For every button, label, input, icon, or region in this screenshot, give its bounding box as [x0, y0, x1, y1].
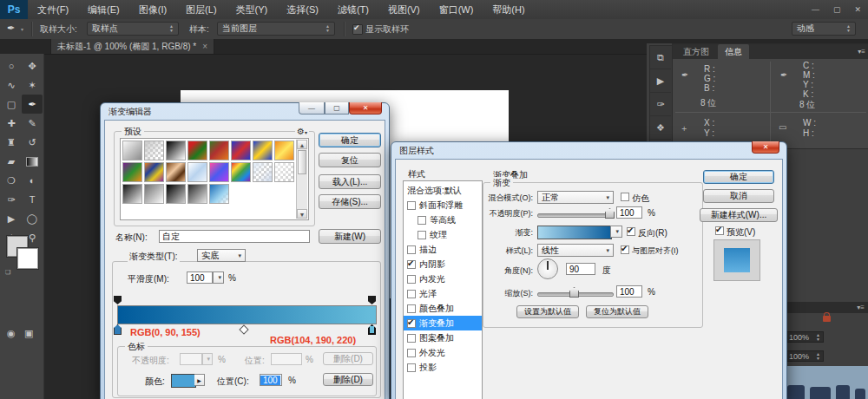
- clone-stamp-tool[interactable]: ♜: [1, 133, 22, 152]
- smoothness-input[interactable]: 100: [187, 271, 213, 284]
- opacity-slider[interactable]: [537, 213, 614, 218]
- gradient-bar[interactable]: [117, 305, 377, 324]
- type-dropdown[interactable]: 实底▾: [197, 249, 246, 262]
- close-icon[interactable]: ✕: [854, 5, 861, 14]
- default-colors-icon[interactable]: ❏: [5, 269, 10, 276]
- screen-mode-icon[interactable]: ▣: [24, 328, 33, 339]
- style-checkbox[interactable]: [407, 319, 416, 328]
- style-list-item[interactable]: 斜面和浮雕: [404, 198, 482, 213]
- scroll-down-icon[interactable]: ▼: [297, 209, 307, 219]
- dialog-minimize-button[interactable]: —: [299, 102, 325, 114]
- tab-info[interactable]: 信息: [718, 44, 749, 59]
- style-checkbox[interactable]: [407, 304, 416, 313]
- style-list-item[interactable]: 渐变叠加: [404, 316, 482, 330]
- menu-item[interactable]: 类型(Y): [227, 0, 278, 19]
- style-list-item[interactable]: 光泽: [404, 286, 482, 301]
- gear-icon[interactable]: ⚙▾: [295, 127, 309, 136]
- gradient-preset-pink-blue-purple[interactable]: [209, 162, 229, 182]
- gradient-preset-dark-gray-white[interactable]: [122, 184, 142, 204]
- style-checkbox[interactable]: [418, 231, 426, 239]
- scroll-thumb[interactable]: [298, 150, 306, 174]
- reset-default-button[interactable]: 复位为默认值: [586, 305, 648, 318]
- style-list-item[interactable]: 图案叠加: [404, 330, 482, 345]
- menu-item[interactable]: 图层(L): [176, 0, 226, 19]
- dodge-tool[interactable]: ◐: [22, 171, 43, 190]
- eraser-tool[interactable]: ▰: [1, 152, 22, 171]
- gradient-preset-rainbow[interactable]: [231, 162, 251, 182]
- panel-menu-icon[interactable]: ▾≡: [857, 304, 865, 311]
- crop-tool[interactable]: ▢: [1, 95, 22, 114]
- gradient-preset-blue-yellow-blue[interactable]: [253, 141, 273, 160]
- healing-brush-tool[interactable]: ✚: [1, 114, 22, 133]
- ok-button[interactable]: 确定: [319, 133, 381, 147]
- gradient-preset-purple-green-orange[interactable]: [122, 162, 142, 182]
- style-list-item[interactable]: 内阴影: [404, 257, 482, 271]
- align-checkbox[interactable]: [621, 245, 629, 254]
- minimize-icon[interactable]: —: [812, 5, 819, 14]
- tool-preset-arrow-icon[interactable]: ▾: [21, 26, 23, 32]
- sample-size-dropdown[interactable]: 取样点 ▲▼: [87, 22, 179, 36]
- show-ring-checkbox[interactable]: [352, 24, 363, 35]
- gradient-preset-black-white[interactable]: [166, 141, 186, 160]
- dither-checkbox[interactable]: [621, 193, 629, 201]
- style-checkbox[interactable]: [407, 363, 416, 372]
- angle-input[interactable]: 90: [566, 263, 595, 275]
- gradient-preset-blue-red-blue[interactable]: [231, 141, 251, 160]
- stop-color-arrow[interactable]: ▶: [194, 374, 205, 386]
- lasso-tool[interactable]: ∿: [1, 75, 22, 95]
- menu-item[interactable]: 选择(S): [277, 0, 328, 19]
- menu-item[interactable]: 文件(F): [28, 0, 78, 19]
- style-checkbox[interactable]: [407, 349, 416, 357]
- gradient-swatch[interactable]: [537, 226, 612, 239]
- load-button[interactable]: 载入(L)...: [319, 174, 381, 189]
- restore-icon[interactable]: ▢: [833, 5, 841, 14]
- style-dropdown[interactable]: 线性▾: [537, 244, 614, 257]
- opacity-input[interactable]: 100: [616, 206, 642, 219]
- clone-source-panel-icon[interactable]: ⧉: [650, 46, 671, 69]
- quick-mask-icon[interactable]: ◉: [7, 328, 16, 339]
- gradient-preset-red-green[interactable]: [187, 141, 207, 160]
- sample-dropdown[interactable]: 当前图层 ▲▼: [217, 22, 335, 36]
- gradient-preset-orange-yellow-orange[interactable]: [274, 141, 294, 160]
- scale-input[interactable]: 100: [616, 285, 642, 298]
- gradient-preset-transparent[interactable]: [274, 162, 294, 182]
- gradient-preset-gray-white[interactable]: [144, 184, 164, 204]
- gradient-preset-charcoal-white[interactable]: [187, 184, 207, 204]
- menu-item[interactable]: 图像(I): [129, 0, 176, 19]
- gradient-preset-violet-orange[interactable]: [209, 141, 229, 160]
- pen-tool[interactable]: ✑: [1, 190, 22, 209]
- gradient-preset-blue-fade[interactable]: [209, 184, 229, 204]
- tab-close-icon[interactable]: ×: [202, 42, 207, 51]
- menu-item[interactable]: 滤镜(T): [328, 0, 378, 19]
- blur-tool[interactable]: ❍: [1, 171, 22, 190]
- style-list-item[interactable]: 投影: [404, 360, 482, 375]
- gradient-preset-pale-blue[interactable]: [187, 162, 207, 182]
- menu-item[interactable]: 视图(V): [378, 0, 430, 19]
- magic-wand-tool[interactable]: ✶: [22, 75, 43, 95]
- workspace-dropdown[interactable]: 动感 ▲▼: [792, 22, 856, 36]
- brush-tool[interactable]: ✎: [22, 114, 43, 133]
- scroll-up-icon[interactable]: ▲: [297, 140, 307, 149]
- layers-opacity-field[interactable]: 100% ▲▼: [786, 331, 824, 343]
- style-list-item[interactable]: 内发光: [404, 271, 482, 286]
- document-tab[interactable]: 未标题-1 @ 100% (椭圆 1, RGB/8) * ×: [50, 39, 214, 54]
- eyedropper-tool[interactable]: ✒: [22, 95, 43, 114]
- ellipse-marquee-tool[interactable]: ○: [1, 56, 22, 75]
- actions-panel-icon[interactable]: ▶: [650, 69, 671, 93]
- reverse-checkbox[interactable]: [627, 227, 635, 236]
- new-button[interactable]: 新建(W): [319, 229, 381, 244]
- style-checkbox[interactable]: [407, 260, 416, 269]
- style-list-item[interactable]: 纹理: [404, 227, 482, 242]
- style-checkbox[interactable]: [407, 201, 416, 210]
- style-list-item[interactable]: 描边: [404, 242, 482, 257]
- move-tool[interactable]: ✥: [22, 56, 43, 75]
- new-style-button[interactable]: 新建样式(W)...: [700, 208, 778, 222]
- name-input[interactable]: 自定: [159, 230, 310, 243]
- gradient-preset-multicolor[interactable]: [144, 162, 164, 182]
- smoothness-stepper[interactable]: ▾: [213, 271, 224, 284]
- cancel-button[interactable]: 取消: [703, 189, 774, 203]
- style-list-item[interactable]: 等高线: [404, 213, 482, 227]
- gradient-preset-foreground-to-transparent[interactable]: [144, 141, 164, 160]
- style-checkbox[interactable]: [407, 245, 416, 254]
- ok-button[interactable]: 确定: [703, 170, 774, 184]
